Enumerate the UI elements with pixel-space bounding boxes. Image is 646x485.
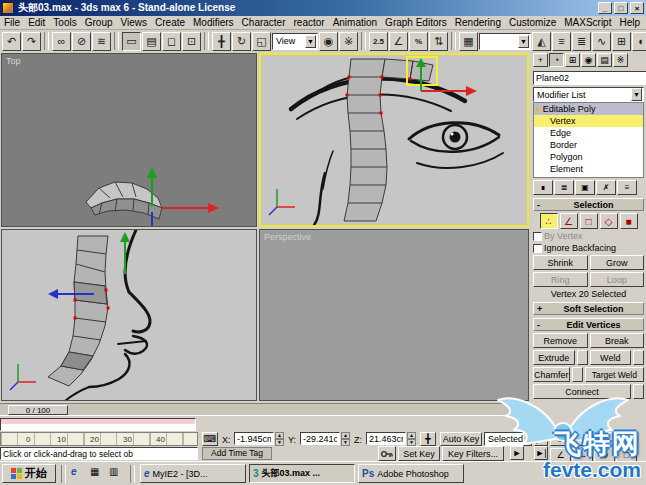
extrude-settings-button[interactable] [577, 350, 588, 365]
remove-button[interactable]: Remove [533, 333, 588, 348]
select-by-name-icon[interactable]: ▤ [142, 32, 161, 51]
break-button[interactable]: Break [590, 333, 645, 348]
viewport-left[interactable] [1, 229, 257, 401]
tab-motion-icon[interactable]: ◉ [581, 53, 596, 67]
target-weld-button[interactable]: Target Weld [585, 367, 644, 382]
modifier-list-dropdown[interactable]: Modifier List ▼ [533, 87, 644, 102]
minimize-button[interactable]: _ [598, 2, 612, 14]
select-and-rotate-icon[interactable]: ↻ [232, 32, 251, 51]
menu-modifiers[interactable]: Modifiers [189, 17, 238, 28]
zoom-all-icon[interactable]: ⊛ [572, 432, 593, 446]
x-coord-spinner[interactable]: ▲▼ [275, 432, 284, 445]
keyboard-override-icon[interactable]: ⌨ [202, 432, 218, 446]
task-button-photoshop[interactable]: Ps Adobe Photoshop [358, 464, 464, 483]
menu-file[interactable]: File [0, 17, 24, 28]
extrude-button[interactable]: Extrude [533, 350, 575, 365]
tab-display-icon[interactable]: ▤ [597, 53, 612, 67]
zoom-extents-all-icon[interactable]: ◰ [616, 432, 637, 446]
min-max-toggle-icon[interactable]: □ [616, 448, 637, 462]
chevron-down-icon[interactable]: ▼ [631, 88, 642, 101]
stack-item-vertex[interactable]: Vertex [534, 115, 643, 127]
menu-tools[interactable]: Tools [49, 17, 80, 28]
mirror-icon[interactable]: ◭ [532, 32, 551, 51]
weld-button[interactable]: Weld [590, 350, 632, 365]
add-time-tag[interactable]: Add Time Tag [202, 447, 272, 460]
named-selection-dropdown[interactable]: ▼ [479, 33, 531, 50]
set-keys-key-icon[interactable] [378, 446, 396, 461]
snap-toggle-icon[interactable]: 2.5 [369, 32, 388, 51]
y-coord-spinner[interactable]: ▲▼ [341, 432, 350, 445]
task-button-myie2[interactable]: e MyIE2 - [3D... [140, 464, 246, 483]
weld-settings-button[interactable] [633, 350, 644, 365]
ignore-backfacing-checkbox[interactable] [533, 244, 542, 253]
material-editor-icon[interactable]: ◐ [632, 32, 646, 51]
curve-editor-icon[interactable]: ∿ [592, 32, 611, 51]
configure-modifier-sets-icon[interactable]: ≡ [617, 180, 637, 195]
viewport-label-perspective[interactable]: Perspective [264, 232, 311, 242]
viewport-front-active[interactable] [259, 53, 529, 227]
field-of-view-icon[interactable]: ∠ [550, 448, 571, 462]
window-crossing-icon[interactable]: ⊡ [182, 32, 201, 51]
by-vertex-checkbox[interactable] [533, 232, 542, 241]
viewport-top[interactable]: Top [1, 53, 257, 227]
bind-to-spacewarp-icon[interactable]: ≋ [92, 32, 111, 51]
z-coord-spinner[interactable]: ▲▼ [407, 432, 416, 445]
zoom-icon[interactable]: ⊕ [550, 432, 571, 446]
viewport-label-top[interactable]: Top [6, 56, 21, 66]
chamfer-button[interactable]: Chamfer [533, 367, 570, 382]
menu-graph-editors[interactable]: Graph Editors [381, 17, 451, 28]
named-selection-sets-icon[interactable]: ▦ [459, 32, 478, 51]
subobject-edge-icon[interactable]: ∠ [560, 213, 578, 229]
stack-item-editable-poly[interactable]: ● Editable Poly [534, 103, 643, 115]
menu-group[interactable]: Group [81, 17, 117, 28]
pan-icon[interactable]: ↔ [572, 448, 593, 462]
tab-create-icon[interactable]: + [533, 53, 548, 67]
select-and-manipulate-icon[interactable]: ※ [339, 32, 358, 51]
maxscript-mini-listener[interactable] [0, 418, 196, 431]
connect-button[interactable]: Connect [533, 384, 631, 399]
pin-stack-icon[interactable]: ∎ [533, 180, 553, 195]
remove-modifier-icon[interactable]: ✗ [596, 180, 616, 195]
chevron-down-icon[interactable]: ▼ [518, 35, 529, 48]
percent-snap-icon[interactable]: % [409, 32, 428, 51]
stack-item-border[interactable]: Border [534, 139, 643, 151]
layer-manager-icon[interactable]: ≣ [572, 32, 591, 51]
subobject-polygon-icon[interactable]: ◇ [600, 213, 618, 229]
rollout-edit-vertices[interactable]: - Edit Vertices [533, 318, 644, 331]
absolute-offset-toggle-icon[interactable]: ╋ [420, 432, 436, 446]
key-mode-dropdown[interactable]: Selected ▼ [484, 432, 532, 446]
rollout-soft-selection[interactable]: + Soft Selection [533, 302, 644, 315]
auto-key-button[interactable]: Auto Key [440, 432, 482, 446]
menu-create[interactable]: Create [151, 17, 189, 28]
align-icon[interactable]: ≡ [552, 32, 571, 51]
play-animation-icon[interactable]: ► [510, 446, 524, 460]
close-button[interactable]: × [630, 2, 644, 14]
zoom-extents-icon[interactable]: ◱ [594, 432, 615, 446]
chevron-down-icon[interactable]: ▼ [305, 35, 316, 48]
key-filters-button[interactable]: Key Filters... [442, 446, 504, 461]
angle-snap-icon[interactable]: ∠ [389, 32, 408, 51]
schematic-view-icon[interactable]: ⊞ [612, 32, 631, 51]
undo-icon[interactable]: ↶ [2, 32, 21, 51]
ring-button[interactable]: Ring [533, 272, 588, 287]
select-and-link-icon[interactable]: ∞ [52, 32, 71, 51]
menu-rendering[interactable]: Rendering [451, 17, 505, 28]
arc-rotate-icon[interactable]: ↻ [594, 448, 615, 462]
time-slider-track[interactable]: 0 / 100 [0, 403, 531, 416]
stack-item-edge[interactable]: Edge [534, 127, 643, 139]
time-slider-handle[interactable]: 0 / 100 [8, 405, 68, 415]
show-end-result-icon[interactable]: ≣ [554, 180, 574, 195]
chevron-down-icon[interactable]: ▼ [523, 433, 532, 446]
connect-settings-button[interactable] [633, 384, 644, 399]
use-center-icon[interactable]: ◉ [319, 32, 338, 51]
stack-item-element[interactable]: Element [534, 163, 643, 175]
loop-button[interactable]: Loop [590, 272, 645, 287]
spinner-snap-icon[interactable]: ⇅ [429, 32, 448, 51]
quicklaunch-browser-icon[interactable]: e [71, 466, 87, 482]
go-to-start-icon[interactable]: |◄ [534, 432, 548, 446]
track-bar[interactable]: 0 10 20 30 40 [0, 432, 198, 446]
subobject-vertex-icon[interactable]: ∴ [540, 213, 558, 229]
make-unique-icon[interactable]: ▣ [575, 180, 595, 195]
reference-coordinate-dropdown[interactable]: View ▼ [272, 33, 318, 50]
listener-line[interactable] [1, 424, 195, 430]
